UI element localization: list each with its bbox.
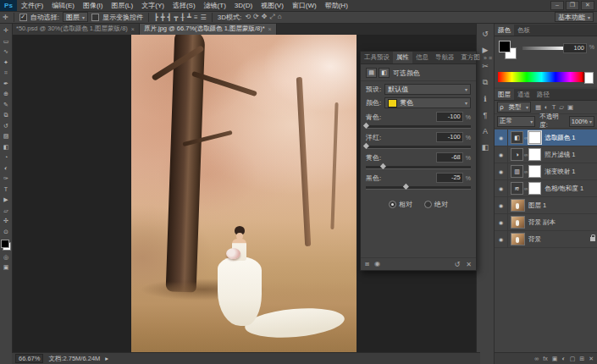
quick-mask-button[interactable]: ◎ bbox=[1, 253, 11, 262]
layer-name[interactable]: 色相/饱和度 1 bbox=[544, 185, 583, 193]
footer-icon[interactable]: ⧈ bbox=[365, 260, 369, 268]
layer-name[interactable]: 背景 bbox=[528, 235, 541, 244]
opacity-dropdown[interactable]: 100% ▾ bbox=[569, 116, 594, 127]
zoom-level-field[interactable]: 66.67% bbox=[15, 354, 43, 363]
workspace-switcher[interactable]: 基本功能 ▾ bbox=[555, 12, 594, 22]
layer-name[interactable]: 背景 副本 bbox=[528, 218, 556, 227]
panel-tab[interactable]: 路径 bbox=[533, 89, 553, 100]
slider-track[interactable] bbox=[366, 186, 471, 190]
layer-filter-icon[interactable]: ▣ bbox=[567, 103, 573, 111]
layer-mask-thumbnail[interactable] bbox=[528, 182, 541, 195]
menu-item[interactable]: 帮助(H) bbox=[321, 1, 352, 10]
panel-tab[interactable]: 信息 bbox=[412, 52, 432, 63]
auto-select-checkbox[interactable]: ✓ bbox=[19, 14, 27, 21]
panel-tab[interactable]: 直方图 bbox=[458, 52, 484, 63]
tool-button[interactable]: ✑ bbox=[1, 174, 11, 183]
window-control-button[interactable]: ❐ bbox=[566, 1, 579, 10]
layer-mask-thumbnail[interactable] bbox=[528, 148, 541, 161]
slider-track[interactable] bbox=[366, 146, 471, 149]
collapsed-panel-icon[interactable]: ℹ bbox=[484, 95, 486, 103]
layers-footer-icon[interactable]: ◐ bbox=[561, 356, 565, 361]
layer-row[interactable]: ◉ ∞ 背景 bbox=[495, 231, 597, 248]
slider-value-field[interactable]: -25 bbox=[436, 173, 463, 183]
color-swatches[interactable] bbox=[1, 240, 11, 251]
tool-button[interactable]: ✦ bbox=[1, 58, 11, 67]
blend-mode-dropdown[interactable]: 正常 ▾ bbox=[497, 116, 535, 127]
layer-row[interactable]: ◉ ∞ 背景 副本 bbox=[495, 214, 597, 231]
layers-footer-icon[interactable]: ⊞ bbox=[579, 356, 584, 362]
adjustment-thumbnail[interactable]: ◧ bbox=[511, 131, 523, 144]
visibility-eye-icon[interactable]: ◉ bbox=[495, 163, 508, 179]
3d-mode-icon[interactable]: ✥ bbox=[262, 13, 268, 21]
foreground-color-swatch[interactable] bbox=[1, 240, 9, 248]
foreground-color-swatch[interactable] bbox=[499, 41, 511, 52]
layer-thumbnail[interactable] bbox=[511, 233, 525, 245]
show-transform-checkbox[interactable] bbox=[91, 14, 99, 21]
panel-tab[interactable]: 通道 bbox=[514, 89, 533, 100]
slider-thumb[interactable] bbox=[363, 123, 369, 129]
menu-item[interactable]: 图层(L) bbox=[107, 1, 137, 10]
color-channel-dropdown[interactable]: 黄色 ▾ bbox=[384, 97, 471, 108]
menu-item[interactable]: 文字(Y) bbox=[137, 1, 169, 10]
tool-button[interactable]: ⊙ bbox=[1, 228, 11, 236]
tool-button[interactable]: ✛ bbox=[1, 26, 11, 35]
collapsed-panel-icon[interactable]: ◧ bbox=[482, 143, 489, 152]
slider-thumb[interactable] bbox=[363, 143, 369, 149]
layer-thumbnail[interactable] bbox=[511, 199, 525, 212]
slider-value-field[interactable]: -68 bbox=[436, 152, 463, 163]
document-tab[interactable]: 原片.jpg @ 66.7%(选取颜色 1,图层蒙版/8)* × bbox=[140, 23, 277, 35]
gray-ramp-slider[interactable] bbox=[522, 47, 567, 50]
visibility-eye-icon[interactable]: ◉ bbox=[495, 214, 508, 230]
menu-item[interactable]: 编辑(E) bbox=[47, 1, 79, 10]
slider-track[interactable] bbox=[366, 125, 471, 129]
panel-tab[interactable]: 属性 bbox=[393, 52, 412, 63]
tool-button[interactable]: ✒ bbox=[1, 80, 11, 88]
menu-item[interactable]: 窗口(W) bbox=[288, 1, 321, 10]
close-icon[interactable]: × bbox=[131, 26, 135, 32]
menu-item[interactable]: 文件(F) bbox=[17, 1, 47, 10]
layer-mask-thumbnail[interactable] bbox=[528, 131, 541, 144]
layer-name[interactable]: 图层 1 bbox=[528, 201, 546, 210]
auto-select-dropdown[interactable]: 图层 ▾ bbox=[63, 12, 88, 22]
panel-tab[interactable]: 导航器 bbox=[432, 52, 458, 63]
layer-filter-icon[interactable]: ◐ bbox=[544, 103, 549, 111]
tool-button[interactable]: ↺ bbox=[1, 122, 11, 130]
spectrum-white-chip[interactable] bbox=[584, 72, 594, 84]
document-tab[interactable]: *50.psd @ 30%(选取颜色 1,图层蒙版/8) × bbox=[12, 23, 140, 35]
collapsed-panel-icon[interactable]: ↺ bbox=[482, 30, 489, 38]
layers-footer-icon[interactable]: ✕ bbox=[589, 356, 594, 362]
slider-track[interactable] bbox=[366, 166, 471, 169]
menu-item[interactable]: 3D(D) bbox=[230, 2, 257, 9]
menu-item[interactable]: 选择(S) bbox=[169, 1, 200, 10]
align-icon[interactable]: ╋ bbox=[161, 14, 165, 21]
photo-document[interactable] bbox=[131, 35, 357, 353]
layer-filter-icon[interactable]: T bbox=[552, 103, 556, 111]
layer-row[interactable]: ◉ ◧ ∞ 选取颜色 1 bbox=[495, 130, 597, 146]
layer-filter-dropdown[interactable]: ⍴ 类型 ▾ bbox=[497, 102, 531, 113]
slider-thumb[interactable] bbox=[380, 163, 386, 169]
status-arrow-icon[interactable]: ▸ bbox=[105, 355, 108, 362]
menu-item[interactable]: 视图(V) bbox=[257, 1, 288, 10]
align-icon[interactable]: ☰ bbox=[201, 14, 207, 21]
visibility-eye-icon[interactable]: ◉ bbox=[495, 231, 508, 247]
collapsed-panel-icon[interactable]: ⧉ bbox=[483, 78, 488, 87]
panel-tab[interactable]: 图层 bbox=[495, 89, 514, 100]
tool-button[interactable]: ✎ bbox=[1, 101, 11, 109]
layer-row[interactable]: ◉ ∞ 图层 1 bbox=[495, 197, 597, 214]
collapsed-panel-icon[interactable]: ¶ bbox=[484, 111, 488, 119]
3d-mode-icon[interactable]: ⟳ bbox=[253, 13, 259, 21]
visibility-eye-icon[interactable]: ◉ bbox=[495, 197, 508, 213]
tool-button[interactable]: ◐ bbox=[1, 164, 11, 173]
layers-footer-icon[interactable]: fx bbox=[543, 356, 547, 361]
tool-button[interactable]: ⧉ bbox=[1, 111, 11, 119]
layers-footer-icon[interactable]: ∞ bbox=[534, 356, 539, 361]
adjustment-thumbnail[interactable]: ▥ bbox=[511, 165, 523, 178]
3d-mode-icon[interactable]: ⟲ bbox=[245, 13, 251, 21]
window-control-button[interactable]: – bbox=[550, 1, 564, 10]
menu-item[interactable]: 图像(I) bbox=[79, 1, 108, 10]
3d-mode-icon[interactable]: ⤢ bbox=[269, 13, 274, 21]
layer-row[interactable]: ◉ ≋ ∞ 色相/饱和度 1 bbox=[495, 180, 597, 197]
layer-filter-icon[interactable]: ▦ bbox=[535, 103, 541, 111]
layer-name[interactable]: 照片滤镜 1 bbox=[544, 151, 575, 159]
window-control-button[interactable]: ✕ bbox=[581, 1, 594, 10]
